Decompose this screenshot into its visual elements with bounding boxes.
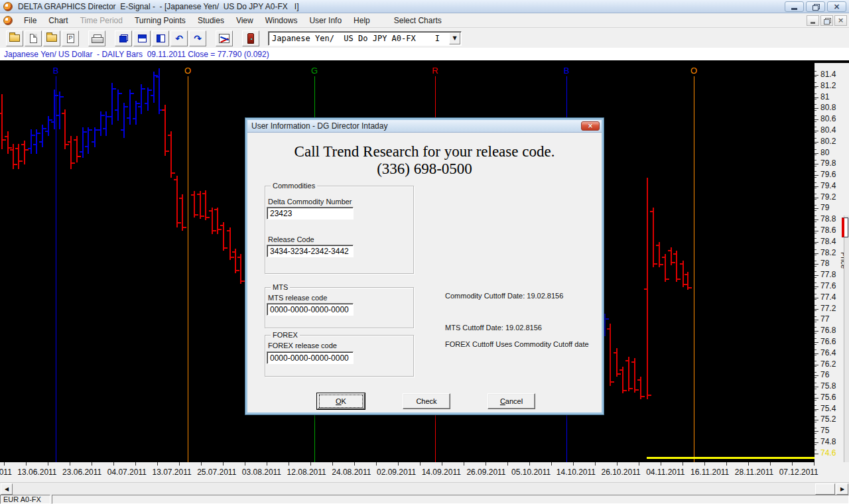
open-tick	[214, 209, 218, 210]
event-line-o	[188, 76, 188, 462]
menu-item-select-charts[interactable]: Select Charts	[388, 14, 448, 27]
minimize-icon	[811, 22, 815, 24]
horizontal-scrollbar[interactable]: ◀ ▶	[0, 482, 849, 495]
open-tick	[151, 95, 154, 96]
dialog-close-button[interactable]: ×	[581, 121, 600, 131]
minimize-icon	[791, 8, 797, 10]
price-label: 74.6	[820, 448, 836, 458]
mts-release-code-input[interactable]: 0000-0000-0000-0000	[267, 303, 354, 316]
open-tick	[68, 141, 71, 143]
exit-door-button[interactable]	[242, 31, 259, 46]
date-label: 03.08.2011	[242, 468, 281, 477]
event-line-label: O	[184, 66, 191, 76]
close-tick	[43, 128, 46, 129]
delta-commodity-number-input[interactable]: 23423	[267, 207, 354, 220]
price-tick	[815, 108, 818, 109]
menu-item-help[interactable]: Help	[348, 14, 376, 27]
ohlc-bar	[223, 222, 224, 251]
mdi-restore-button[interactable]	[820, 15, 833, 26]
ohlc-bar	[7, 131, 9, 154]
close-tick	[101, 115, 105, 116]
ohlc-bar	[13, 144, 14, 169]
close-icon: ×	[833, 3, 840, 11]
cancel-button[interactable]: Cancel	[488, 393, 535, 409]
menu-item-chart[interactable]: Chart	[42, 14, 74, 27]
menu-item-turning-points[interactable]: Turning Points	[129, 14, 192, 27]
menu-item-view[interactable]: View	[230, 14, 259, 27]
tile-vertical-button[interactable]	[152, 31, 169, 46]
horizontal-scrollbar-thumb[interactable]	[815, 483, 835, 495]
commodities-groupbox-legend: Commodities	[271, 182, 317, 190]
open-tick	[191, 194, 194, 196]
dialog-title-bar[interactable]: User Information - DG Director Intaday ×	[247, 120, 602, 133]
price-tick	[815, 175, 818, 176]
undo-button[interactable]: ↶	[170, 31, 188, 46]
menu-item-user-info[interactable]: User Info	[303, 14, 348, 27]
price-axis: 81.481.28180.880.680.480.28079.879.679.4…	[815, 63, 849, 482]
open-tick	[673, 253, 677, 255]
forex-cutoff-note: FOREX Cuttoff Uses Commodity Cutoff date	[445, 340, 589, 348]
price-label: 79.6	[820, 170, 836, 179]
chevron-down-icon[interactable]: ▼	[449, 32, 460, 44]
close-tick	[60, 96, 64, 97]
date-label: 6.2011	[0, 468, 12, 477]
print-button[interactable]	[88, 31, 105, 46]
scroll-left-button[interactable]: ◀	[1, 483, 13, 495]
cascade-windows-button[interactable]	[115, 31, 132, 46]
release-code-input[interactable]: 3434-3234-2342-3442	[267, 245, 354, 257]
date-axis: 6.201113.06.201123.06.201104.07.201113.0…	[0, 462, 849, 482]
symbol-combobox[interactable]: Japanese Yen/ US Do JPY A0-FX I ▼	[268, 31, 462, 46]
tile-horizontal-button[interactable]	[133, 31, 151, 46]
menu-item-studies[interactable]: Studies	[192, 14, 230, 27]
menu-item-file[interactable]: File	[18, 14, 42, 27]
child-window-icon	[3, 16, 13, 25]
open-tick	[45, 131, 48, 132]
close-tick	[32, 135, 35, 136]
mdi-close-button[interactable]: ×	[834, 15, 847, 26]
close-button[interactable]: ×	[827, 1, 846, 12]
open-folder-button[interactable]	[43, 31, 60, 46]
close-tick	[19, 160, 23, 162]
forex-release-code-input[interactable]: 0000-0000-0000-0000	[267, 351, 354, 364]
open-tick	[21, 144, 25, 145]
ohlc-bar	[665, 254, 666, 282]
folder-page-button[interactable]	[25, 31, 42, 46]
open-tick	[138, 106, 141, 107]
open-chart-folder-button[interactable]	[6, 31, 23, 46]
scroll-right-button[interactable]: ▶	[836, 483, 848, 495]
menu-item-windows[interactable]: Windows	[259, 14, 304, 27]
check-button[interactable]: Check	[403, 393, 450, 409]
restore-button[interactable]	[806, 1, 825, 12]
minimize-button[interactable]	[785, 1, 804, 12]
page-setup-button[interactable]	[62, 31, 79, 46]
price-tick	[815, 365, 818, 365]
price-label: 81.4	[820, 70, 836, 79]
chart-wizard-button[interactable]	[216, 31, 233, 46]
open-tick	[607, 328, 610, 330]
event-line-label: R	[432, 66, 438, 76]
ok-button[interactable]: OK	[317, 393, 365, 409]
event-line-b	[56, 76, 56, 462]
close-tick	[648, 395, 651, 396]
date-label: 13.07.2011	[152, 468, 191, 477]
app-logo-icon	[3, 2, 13, 11]
close-tick	[201, 216, 204, 217]
open-tick	[179, 198, 182, 199]
undo-icon: ↶	[175, 34, 183, 43]
close-icon: ×	[588, 123, 593, 129]
user-information-dialog: User Information - DG Director Intaday ×…	[245, 118, 604, 414]
open-tick	[209, 210, 212, 212]
ohlc-bar	[64, 109, 66, 149]
close-tick	[14, 164, 17, 165]
vertical-scrollbar[interactable]	[844, 216, 849, 504]
mdi-minimize-button[interactable]	[807, 15, 819, 26]
open-tick	[56, 115, 60, 116]
close-tick	[178, 222, 181, 223]
price-tick	[815, 242, 818, 243]
price-label: 77.2	[820, 304, 836, 313]
date-label: 26.09.2011	[466, 468, 505, 477]
vertical-scrollbar-thumb[interactable]	[842, 218, 848, 237]
redo-button[interactable]: ↷	[189, 31, 206, 46]
close-tick	[142, 88, 145, 90]
forex-groupbox-legend: FOREX	[271, 331, 300, 339]
